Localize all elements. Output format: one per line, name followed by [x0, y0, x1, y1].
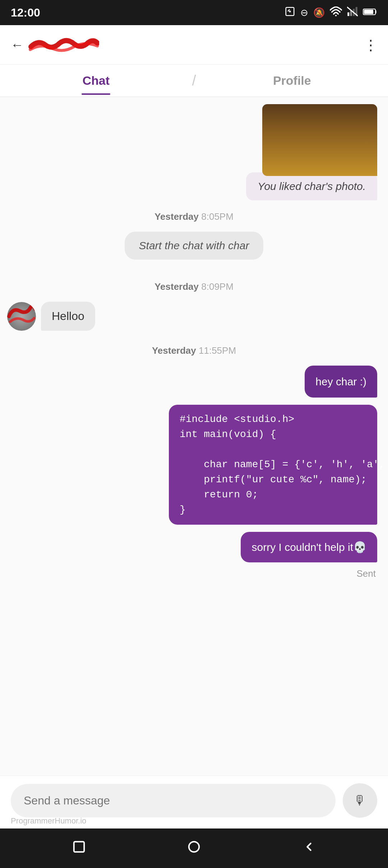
user-name-scribble	[27, 36, 99, 54]
nfc-icon	[285, 6, 295, 19]
battery-icon	[363, 7, 377, 18]
liked-bubble-text: You liked char's photo.	[258, 180, 366, 192]
svg-point-11	[189, 841, 199, 852]
svg-rect-3	[347, 12, 349, 16]
sent-text-1: hey char :)	[315, 376, 366, 387]
tab-chat[interactable]: Chat	[0, 66, 192, 95]
wifi-icon	[330, 6, 342, 19]
sent-message-1-row: hey char :)	[0, 362, 388, 401]
mic-button[interactable]: 🎙	[343, 783, 377, 818]
back-button[interactable]: ←	[11, 36, 99, 54]
tab-bar: Chat / Profile	[0, 65, 388, 97]
sent-message-code-row: #include <studio.h> int main(void) { cha…	[0, 401, 388, 528]
liked-photo-thumbnail	[262, 104, 377, 176]
received-bubble: Helloo	[41, 302, 95, 331]
status-icons: ⊖ 🔕	[285, 6, 377, 19]
svg-rect-10	[74, 841, 84, 852]
mic-icon: 🎙	[354, 793, 366, 808]
photo-liked-section: You liked char's photo.	[0, 97, 388, 200]
avatar	[7, 302, 36, 331]
sent-bubble-sorry: sorry I couldn't help it💀	[241, 532, 377, 562]
header: ← ⋮	[0, 25, 388, 65]
back-arrow-icon: ←	[11, 37, 24, 52]
watermark: ProgrammerHumor.io	[11, 816, 86, 826]
message-input[interactable]	[11, 784, 336, 817]
nav-back-icon[interactable]	[302, 840, 316, 857]
bell-slash-icon: 🔕	[313, 7, 325, 18]
svg-rect-9	[364, 10, 373, 14]
signal-icon	[347, 6, 358, 19]
chat-area: You liked char's photo. Yesterday 8:05PM…	[0, 97, 388, 776]
tab-divider: /	[192, 73, 196, 89]
dnd-icon: ⊖	[300, 7, 308, 18]
sent-message-sorry-row: sorry I couldn't help it💀	[0, 528, 388, 566]
time-1: 8:05PM	[201, 211, 234, 222]
status-bar: 12:00 ⊖ 🔕	[0, 0, 388, 25]
time-2: 8:09PM	[201, 281, 234, 292]
sent-bubble-code: #include <studio.h> int main(void) { cha…	[169, 405, 377, 525]
timestamp-1: Yesterday 8:05PM	[0, 200, 388, 228]
system-message: Start the chat with char	[0, 228, 388, 270]
timestamp-3: Yesterday 11:55PM	[0, 334, 388, 362]
sent-bubble-1: hey char :)	[305, 366, 377, 398]
liked-bubble: You liked char's photo.	[246, 172, 377, 200]
svg-point-2	[335, 15, 337, 16]
sent-sorry-text: sorry I couldn't help it💀	[251, 541, 366, 553]
svg-point-1	[289, 10, 291, 12]
sent-code-text: #include <studio.h> int main(void) { cha…	[180, 414, 388, 515]
timestamp-2: Yesterday 8:09PM	[0, 270, 388, 298]
status-time: 12:00	[11, 6, 40, 19]
time-3: 11:55PM	[199, 345, 236, 356]
received-message-row: Helloo	[0, 298, 388, 334]
nav-square-icon[interactable]	[72, 840, 86, 857]
menu-button[interactable]: ⋮	[364, 38, 377, 52]
nav-circle-icon[interactable]	[187, 840, 201, 857]
received-text: Helloo	[52, 310, 84, 322]
system-bubble: Start the chat with char	[125, 232, 264, 260]
tab-profile[interactable]: Profile	[196, 66, 388, 95]
bottom-nav	[0, 828, 388, 868]
sent-status: Sent	[0, 566, 388, 583]
